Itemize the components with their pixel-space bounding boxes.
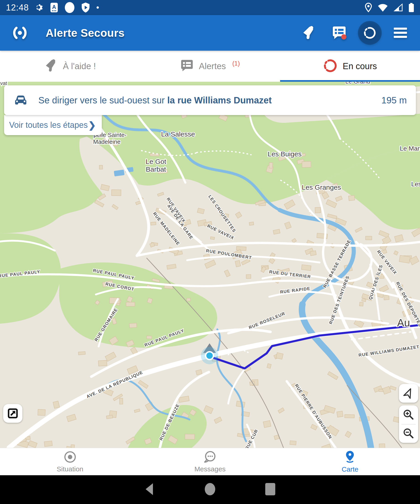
- app-bar: Alerte Secours: [0, 15, 420, 51]
- building: [290, 441, 296, 445]
- tab-en-cours[interactable]: En cours: [280, 51, 420, 82]
- building: [129, 323, 137, 328]
- building: [379, 444, 385, 448]
- location-status-icon: [365, 3, 372, 12]
- place-label: Le Grand: [345, 82, 370, 85]
- tab-alertes[interactable]: Alertes (1): [140, 51, 280, 82]
- place-label: Le Marc: [400, 145, 420, 152]
- navigation-arrow-icon: [404, 387, 414, 398]
- cellular-signal-icon: [394, 3, 403, 12]
- building: [315, 207, 321, 213]
- building: [210, 237, 215, 240]
- car-icon: [13, 94, 28, 106]
- status-bar: 12:48 A: [0, 0, 420, 15]
- building: [348, 195, 355, 201]
- chat-button[interactable]: [327, 21, 351, 45]
- nav-item-messages[interactable]: Messages: [140, 448, 280, 475]
- keyboard-app-icon: A: [50, 2, 58, 12]
- building: [185, 434, 195, 439]
- building: [119, 398, 123, 404]
- tab-a-laide[interactable]: À l'aide !: [0, 51, 140, 82]
- nav-item-carte-label: Carte: [342, 465, 358, 473]
- messages-bubble-icon: [203, 450, 217, 463]
- building: [126, 302, 135, 306]
- tab-en-cours-label: En cours: [343, 61, 377, 71]
- android-home-button[interactable]: [204, 483, 216, 497]
- nav-item-situation[interactable]: Situation: [0, 448, 140, 475]
- battery-icon: [408, 3, 414, 12]
- building: [78, 352, 85, 355]
- place-label: Barbat: [146, 166, 166, 173]
- shield-play-icon: [81, 2, 90, 13]
- zoom-in-icon: [403, 409, 414, 421]
- nav-item-situation-label: Situation: [57, 465, 83, 473]
- building: [186, 298, 190, 301]
- building: [337, 411, 343, 417]
- navigation-instruction-card: Se diriger vers le sud-ouest sur la rue …: [4, 85, 416, 115]
- active-tab-indicator: [280, 80, 420, 82]
- place-label: Au: [397, 317, 410, 329]
- tab-bar: À l'aide ! Alertes (1) En cours: [0, 51, 420, 82]
- view-all-steps-button[interactable]: Voir toutes les étapes ❯: [4, 115, 102, 135]
- nav-item-messages-label: Messages: [194, 465, 226, 473]
- gear-icon: [35, 3, 44, 12]
- building: [246, 275, 251, 278]
- zoom-out-icon: [403, 427, 414, 439]
- android-back-button[interactable]: [144, 483, 156, 497]
- place-label: Madeleine: [93, 138, 120, 145]
- wifi-icon: [378, 3, 388, 12]
- megaphone-button[interactable]: [297, 21, 320, 45]
- menu-button[interactable]: [389, 21, 412, 45]
- place-label: La Salesse: [161, 130, 195, 138]
- zoom-out-button[interactable]: [399, 424, 418, 443]
- place-label: Les: [411, 180, 420, 188]
- zoom-in-button[interactable]: [399, 405, 418, 424]
- bottom-navigation: Situation Messages Carte: [0, 448, 420, 475]
- building: [99, 165, 103, 169]
- building: [249, 222, 254, 225]
- clock: 12:48: [6, 3, 29, 12]
- building: [301, 264, 311, 270]
- building: [302, 161, 311, 168]
- tab-alertes-label: Alertes: [199, 61, 226, 71]
- view-all-steps-label: Voir toutes les étapes: [9, 120, 88, 130]
- alerts-list-icon: [180, 59, 194, 73]
- place-label: Le Got: [146, 158, 166, 165]
- building: [106, 415, 113, 419]
- fullscreen-button[interactable]: [3, 404, 22, 423]
- megaphone-tab-icon: [44, 59, 58, 73]
- map-canvas[interactable]: RUE PAUL PAULYRUE PAUL PAULYRUE COROTRUE…: [0, 82, 420, 448]
- building: [44, 441, 52, 446]
- building: [276, 352, 283, 359]
- place-label: Les Buiges: [268, 150, 301, 158]
- in-progress-spinner-icon: [323, 58, 338, 74]
- notification-dot-icon: [64, 2, 75, 13]
- tab-a-laide-label: À l'aide !: [63, 61, 96, 71]
- building: [151, 222, 156, 225]
- alerts-count-badge: (1): [232, 60, 240, 67]
- small-dot-icon: [96, 6, 99, 9]
- compass-button[interactable]: [399, 384, 418, 403]
- open-in-new-icon: [7, 408, 19, 419]
- distance-to-maneuver: 195 m: [381, 95, 407, 105]
- nav-item-carte[interactable]: Carte: [280, 448, 420, 475]
- zoom-controls: [399, 405, 418, 443]
- building: [269, 162, 273, 168]
- building: [310, 251, 316, 256]
- building: [345, 414, 354, 418]
- android-recents-button[interactable]: [264, 483, 276, 497]
- app-title: Alerte Secours: [46, 27, 125, 39]
- chevron-right-icon: ❯: [88, 120, 96, 130]
- in-progress-spinner-button[interactable]: [358, 21, 382, 45]
- situation-target-icon: [64, 450, 77, 463]
- place-label: Les Granges: [302, 184, 341, 191]
- instruction-text: Se diriger vers le sud-ouest sur la rue …: [38, 95, 272, 105]
- building: [359, 302, 363, 306]
- building: [366, 236, 372, 240]
- android-navigation-bar: [0, 475, 420, 504]
- map-pin-icon: [343, 450, 356, 464]
- building: [112, 190, 121, 196]
- building: [147, 336, 152, 339]
- building: [384, 295, 389, 300]
- svg-text:A: A: [52, 4, 56, 10]
